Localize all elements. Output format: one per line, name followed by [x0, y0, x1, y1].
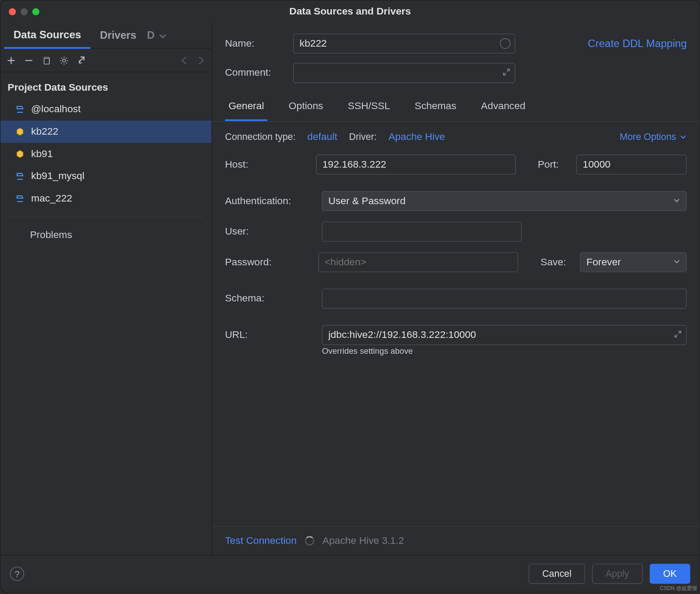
tree-item-kb222[interactable]: kb222	[0, 121, 211, 143]
driver-link[interactable]: Apache Hive	[388, 131, 445, 143]
svg-point-1	[62, 59, 66, 62]
sidebar: Data Sources Drivers D Project Data Sour…	[0, 23, 212, 555]
auth-select[interactable]: User & Password	[322, 191, 687, 211]
tree-item-label: mac_222	[31, 193, 72, 205]
url-note: Overrides settings above	[322, 346, 687, 356]
connection-type-link[interactable]: default	[307, 131, 337, 143]
color-circle-icon[interactable]	[500, 38, 510, 49]
problems-section[interactable]: Problems	[0, 224, 211, 246]
help-button[interactable]: ?	[10, 567, 24, 581]
window-title: Data Sources and Drivers	[289, 6, 411, 18]
tab-data-sources[interactable]: Data Sources	[4, 22, 90, 48]
remove-button[interactable]	[24, 55, 33, 65]
add-button[interactable]	[7, 55, 16, 65]
ok-button[interactable]: OK	[649, 564, 690, 583]
test-connection-link[interactable]: Test Connection	[225, 535, 297, 547]
close-window-icon[interactable]	[9, 8, 16, 15]
chevron-down-icon	[158, 31, 168, 40]
tree-item-mac222[interactable]: mac_222	[0, 187, 211, 210]
host-label: Host:	[225, 159, 316, 171]
form-header: Name: Create DDL Mapping Comment:	[212, 23, 700, 95]
name-label: Name:	[225, 38, 284, 50]
tab-advanced[interactable]: Advanced	[478, 95, 529, 121]
driver-version: Apache Hive 3.1.2	[322, 535, 404, 547]
main-panel: Name: Create DDL Mapping Comment:	[212, 23, 700, 555]
settings-button[interactable]	[59, 55, 69, 65]
port-input[interactable]	[576, 154, 687, 174]
hive-icon	[15, 149, 25, 159]
dialog-footer: ? Cancel Apply OK	[0, 555, 700, 592]
database-icon	[15, 104, 25, 114]
user-input[interactable]	[322, 222, 521, 242]
minimize-window-icon[interactable]	[21, 8, 28, 15]
tree-item-label: kb91_mysql	[31, 170, 84, 182]
zoom-window-icon[interactable]	[32, 8, 39, 15]
copy-button[interactable]	[42, 55, 51, 65]
port-label: Port:	[538, 159, 576, 171]
password-input[interactable]	[318, 252, 518, 272]
watermark: CSDN @超爱慢	[660, 585, 697, 592]
tab-more[interactable]: D	[147, 29, 168, 42]
tree-item-label: kb222	[31, 126, 58, 138]
test-connection-bar: Test Connection Apache Hive 3.1.2	[212, 526, 700, 555]
comment-label: Comment:	[225, 67, 284, 79]
svg-rect-0	[44, 58, 49, 64]
general-tab-content: Connection type: default Driver: Apache …	[212, 122, 700, 526]
titlebar: Data Sources and Drivers	[0, 0, 700, 23]
tab-drivers[interactable]: Drivers	[91, 23, 146, 48]
chevron-down-icon	[680, 133, 687, 140]
nav-forward-button[interactable]	[196, 55, 205, 65]
tree-item-label: @localhost	[31, 103, 81, 115]
password-label: Password:	[225, 256, 318, 268]
driver-label: Driver:	[349, 132, 377, 142]
section-label: Project Data Sources	[0, 72, 211, 98]
sidebar-tabs: Data Sources Drivers D	[0, 23, 211, 49]
expand-icon[interactable]	[502, 67, 510, 79]
database-icon	[15, 171, 25, 182]
tab-more-letter: D	[147, 29, 154, 42]
host-input[interactable]	[316, 154, 515, 174]
name-input[interactable]	[293, 33, 515, 53]
content-tabs: General Options SSH/SSL Schemas Advanced	[212, 95, 700, 121]
chevron-down-icon	[673, 256, 680, 268]
expand-icon[interactable]	[674, 329, 682, 341]
more-options-link[interactable]: More Options	[620, 132, 686, 142]
apply-button[interactable]: Apply	[592, 564, 642, 583]
user-label: User:	[225, 226, 322, 238]
tab-ssh-ssl[interactable]: SSH/SSL	[344, 95, 394, 121]
save-label: Save:	[540, 256, 580, 268]
cancel-button[interactable]: Cancel	[529, 564, 585, 583]
make-global-button[interactable]	[77, 55, 86, 65]
spinner-icon	[305, 536, 314, 545]
hive-icon	[15, 126, 25, 137]
save-select[interactable]: Forever	[580, 252, 687, 272]
tree-item-localhost[interactable]: @localhost	[0, 98, 211, 121]
tree-item-label: kb91	[31, 148, 53, 160]
comment-input[interactable]	[293, 63, 515, 83]
chevron-down-icon	[673, 195, 680, 207]
tree-item-kb91[interactable]: kb91	[0, 143, 211, 165]
create-ddl-link[interactable]: Create DDL Mapping	[588, 37, 687, 50]
sidebar-toolbar	[0, 49, 211, 72]
tree-item-kb91-mysql[interactable]: kb91_mysql	[0, 165, 211, 187]
tab-options[interactable]: Options	[285, 95, 327, 121]
divider	[9, 217, 203, 217]
dialog-window: Data Sources and Drivers Data Sources Dr…	[0, 0, 700, 593]
window-controls	[9, 8, 39, 15]
schema-input[interactable]	[322, 289, 687, 308]
nav-back-button[interactable]	[180, 55, 189, 65]
schema-label: Schema:	[225, 293, 322, 304]
tab-schemas[interactable]: Schemas	[411, 95, 460, 121]
database-icon	[15, 194, 25, 204]
url-label: URL:	[225, 329, 322, 341]
tab-general[interactable]: General	[225, 95, 268, 121]
connection-type-label: Connection type:	[225, 132, 295, 142]
auth-label: Authentication:	[225, 195, 322, 207]
dialog-body: Data Sources Drivers D Project Data Sour…	[0, 23, 700, 555]
url-input[interactable]	[322, 325, 687, 345]
